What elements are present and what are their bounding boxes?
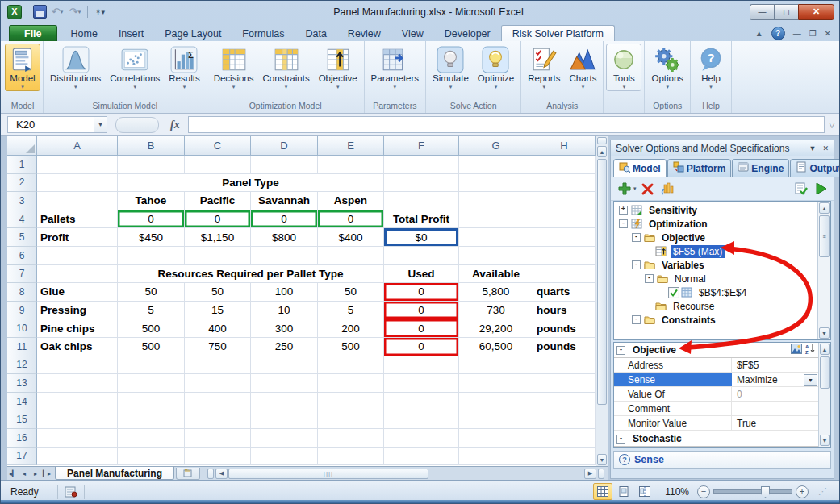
column-header-A[interactable]: A: [37, 136, 118, 156]
tree-item-objective[interactable]: -Objective: [614, 231, 817, 244]
row-header-4[interactable]: 4: [7, 210, 37, 229]
split-handle[interactable]: [597, 137, 607, 144]
name-box[interactable]: K20: [7, 116, 94, 133]
cell-C4[interactable]: 0: [185, 210, 251, 229]
tree-item-constraints[interactable]: -Constraints: [614, 313, 817, 327]
distributions-button[interactable]: Distributions▾: [46, 44, 105, 91]
cell-E17[interactable]: [318, 448, 384, 466]
cell-H5[interactable]: [533, 228, 596, 247]
cell-D16[interactable]: [251, 429, 318, 448]
last-sheet-icon[interactable]: ▎▸: [41, 468, 52, 480]
row-header-2[interactable]: 2: [7, 174, 37, 193]
model-button[interactable]: Model▾: [5, 44, 40, 91]
cell-F12[interactable]: [384, 356, 459, 375]
tree-item-optimization[interactable]: -Optimization: [614, 217, 817, 231]
cell-C15[interactable]: [185, 410, 251, 429]
cell-A15[interactable]: [37, 410, 118, 429]
cell-G16[interactable]: [459, 429, 533, 448]
analyze-model-icon[interactable]: [793, 181, 809, 197]
row-header-8[interactable]: 8: [7, 283, 37, 302]
h-split-handle[interactable]: [207, 469, 214, 479]
add-dropdown-icon[interactable]: ▾: [633, 185, 637, 192]
cell-E4[interactable]: 0: [318, 210, 384, 229]
tree-scroll-thumb[interactable]: ≡: [819, 215, 830, 257]
cell-B16[interactable]: [118, 429, 185, 448]
cell-D17[interactable]: [251, 448, 318, 466]
cell-B10[interactable]: 500: [118, 319, 185, 338]
ribbon-tab-review[interactable]: Review: [337, 26, 391, 41]
pane-tab-model[interactable]: Model: [613, 159, 667, 177]
row-header-5[interactable]: 5: [7, 228, 37, 247]
sheet-tab-panel-manufacturing[interactable]: Panel Manufacturing: [55, 467, 174, 480]
select-all-corner[interactable]: [7, 136, 37, 156]
cell-F5[interactable]: $0: [384, 228, 459, 247]
cell-F3[interactable]: [384, 192, 459, 210]
cell-D1[interactable]: [251, 156, 318, 174]
cell-A11[interactable]: Oak chips: [37, 338, 118, 356]
collapse-icon[interactable]: -: [616, 435, 625, 444]
property-row-monitor-value[interactable]: Monitor ValueTrue: [614, 416, 818, 431]
sort-az-icon[interactable]: AZ: [804, 344, 816, 356]
cell-H16[interactable]: [533, 429, 596, 448]
cell-B8[interactable]: 50: [118, 283, 185, 302]
cell-C17[interactable]: [185, 448, 251, 466]
props-scroll-up-icon[interactable]: ▲: [820, 344, 830, 355]
cell-H2[interactable]: [533, 174, 596, 193]
normal-view-icon[interactable]: [593, 483, 612, 500]
cell-E10[interactable]: 200: [318, 319, 384, 338]
vertical-scroll-thumb[interactable]: [597, 159, 607, 405]
cell-B12[interactable]: [118, 356, 185, 375]
zoom-in-icon[interactable]: +: [796, 485, 809, 498]
cell-H6[interactable]: [533, 247, 596, 265]
cell-A5[interactable]: Profit: [37, 228, 118, 247]
cell-D4[interactable]: 0: [251, 210, 318, 229]
cell-F17[interactable]: [384, 448, 459, 466]
objective-button[interactable]: Objective▾: [315, 44, 361, 91]
cell-H3[interactable]: [533, 192, 596, 210]
row-header-9[interactable]: 9: [7, 302, 37, 320]
save-icon[interactable]: [32, 5, 47, 19]
refresh-model-icon[interactable]: [660, 181, 675, 197]
cell-B17[interactable]: [118, 448, 185, 466]
tree-scrollbar[interactable]: ▲ ≡ ▼: [817, 202, 830, 339]
add-icon[interactable]: [616, 181, 632, 197]
dropdown-arrow-icon[interactable]: ▼: [804, 374, 817, 386]
cell-A7[interactable]: [37, 265, 118, 284]
workbook-minimize-icon[interactable]: —: [793, 29, 801, 38]
cell-E12[interactable]: [318, 356, 384, 375]
cell-A3[interactable]: [37, 192, 118, 210]
cell-F4[interactable]: Total Profit: [384, 210, 459, 229]
charts-button[interactable]: Charts▾: [565, 44, 600, 91]
cell-C9[interactable]: 15: [185, 302, 251, 320]
cell-C3[interactable]: Pacific: [185, 192, 251, 210]
cell-B13[interactable]: [118, 374, 185, 393]
delete-icon[interactable]: [641, 181, 656, 197]
cell-D13[interactable]: [251, 374, 318, 393]
cell-A4[interactable]: Pallets: [37, 210, 118, 229]
ribbon-tab-risk-solver-platform[interactable]: Risk Solver Platform: [501, 25, 615, 41]
ribbon-tab-insert[interactable]: Insert: [108, 26, 154, 41]
cell-B1[interactable]: [118, 156, 185, 174]
parameters-button[interactable]: Parameters▾: [367, 44, 423, 91]
cell-B5[interactable]: $450: [118, 228, 185, 247]
horizontal-scrollbar[interactable]: ||||: [228, 469, 583, 479]
cell-G7[interactable]: Available: [459, 265, 533, 284]
tree-scroll-up-icon[interactable]: ▲: [819, 202, 830, 214]
cell-A17[interactable]: [37, 448, 118, 466]
row-header-3[interactable]: 3: [7, 192, 37, 210]
scroll-left-icon[interactable]: ◀: [215, 469, 228, 479]
collapse-icon[interactable]: -: [619, 219, 628, 228]
stochastic-section-header[interactable]: - Stochastic: [614, 431, 818, 447]
simulate-button[interactable]: Simulate▾: [428, 44, 473, 91]
row-header-12[interactable]: 12: [7, 356, 37, 375]
collapse-icon[interactable]: -: [632, 233, 641, 242]
categorize-icon[interactable]: [791, 344, 802, 356]
workbook-close-icon[interactable]: ✕: [825, 29, 831, 38]
cell-G17[interactable]: [459, 448, 533, 466]
cell-F10[interactable]: 0: [384, 319, 459, 338]
row-header-14[interactable]: 14: [7, 393, 37, 411]
column-header-D[interactable]: D: [251, 136, 318, 156]
cell-D6[interactable]: [251, 247, 318, 265]
cell-B14[interactable]: [118, 393, 185, 411]
horizontal-scroll-thumb[interactable]: ||||: [228, 469, 428, 479]
